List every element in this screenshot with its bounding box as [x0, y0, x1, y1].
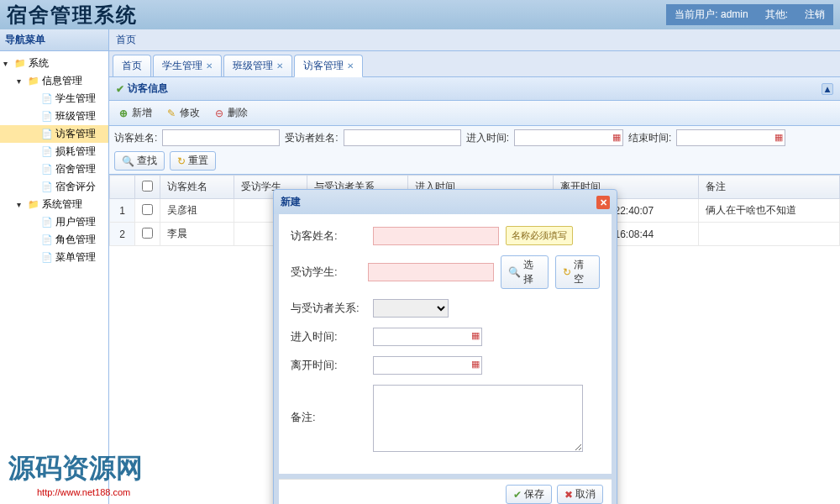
page-icon	[40, 145, 54, 159]
reset-button[interactable]: ↻重置	[170, 151, 216, 171]
tab-学生管理[interactable]: 学生管理✕	[153, 55, 222, 76]
search-visitor-input[interactable]	[162, 129, 280, 146]
cancel-button[interactable]: ✖取消	[557, 485, 603, 504]
panel-header: ✔ 访客信息 ▴	[109, 77, 840, 101]
tree-node-宿舍管理[interactable]: 宿舍管理	[0, 160, 108, 178]
check-icon: ✔	[513, 489, 522, 501]
app-title: 宿舍管理系统	[7, 2, 138, 29]
tree-node-班级管理[interactable]: 班级管理	[0, 108, 108, 125]
calendar-icon[interactable]: ▦	[471, 330, 480, 341]
tab-访客管理[interactable]: 访客管理✕	[294, 55, 363, 77]
tree-node-访客管理[interactable]: 访客管理	[0, 125, 108, 143]
calendar-icon[interactable]: ▦	[612, 132, 621, 143]
toolbar: ⊕新增 ✎修改 ⊖删除	[109, 101, 840, 126]
tree-node-损耗管理[interactable]: 损耗管理	[0, 143, 108, 160]
breadcrumb: 首页	[109, 29, 840, 51]
remark-textarea[interactable]	[373, 385, 583, 452]
search-button[interactable]: 🔍查找	[114, 151, 165, 171]
calendar-icon[interactable]: ▦	[774, 132, 783, 143]
column-header[interactable]: 访客姓名	[160, 176, 234, 199]
app-header: 宿舍管理系统 当前用户: admin 其他: 注销	[0, 0, 840, 29]
tree-node-系统管理[interactable]: ▾系统管理	[0, 196, 108, 213]
reset-icon: ↻	[177, 155, 186, 167]
search-visited-input[interactable]	[344, 129, 461, 146]
cancel-icon: ✖	[564, 489, 573, 501]
tab-strip: 首页学生管理✕班级管理✕访客管理✕	[109, 51, 840, 77]
folder-icon	[27, 198, 40, 212]
tab-班级管理[interactable]: 班级管理✕	[223, 55, 292, 76]
dialog-body: 访客姓名: 名称必须填写 受访学生: 🔍选择 ↻清空 与受访者关系: 进入时间:…	[279, 214, 612, 474]
current-user: admin	[721, 8, 748, 20]
tab-close-icon[interactable]: ✕	[206, 61, 213, 71]
page-icon	[40, 251, 54, 265]
logout-link[interactable]: 注销	[805, 8, 825, 22]
tab-close-icon[interactable]: ✕	[347, 61, 354, 71]
search-end-time-input[interactable]	[676, 129, 785, 146]
page-icon	[40, 181, 54, 194]
enter-time-input[interactable]	[373, 328, 482, 346]
student-input[interactable]	[368, 263, 494, 281]
tab-首页[interactable]: 首页	[113, 55, 151, 76]
check-icon: ✔	[116, 83, 124, 95]
page-icon	[40, 163, 54, 176]
visitor-name-input[interactable]	[373, 227, 499, 245]
tree-node-信息管理[interactable]: ▾信息管理	[0, 72, 108, 90]
search-icon: 🔍	[508, 266, 521, 278]
folder-icon	[13, 57, 27, 71]
edit-button[interactable]: ✎修改	[162, 104, 203, 122]
new-visitor-dialog: 新建 ✕ 访客姓名: 名称必须填写 受访学生: 🔍选择 ↻清空 与受访者关系: …	[273, 189, 617, 504]
clear-student-button[interactable]: ↻清空	[555, 255, 600, 289]
tree-node-学生管理[interactable]: 学生管理	[0, 90, 108, 108]
row-checkbox[interactable]	[142, 204, 153, 215]
collapse-button[interactable]: ▴	[822, 83, 833, 95]
page-icon	[40, 92, 54, 106]
tab-close-icon[interactable]: ✕	[276, 61, 283, 71]
folder-icon	[27, 75, 40, 88]
plus-icon: ⊕	[118, 108, 129, 119]
search-icon: 🔍	[122, 155, 134, 167]
select-all-checkbox[interactable]	[142, 181, 153, 192]
leave-time-input[interactable]	[373, 356, 482, 375]
dialog-footer: ✔保存 ✖取消	[279, 479, 612, 504]
delete-button[interactable]: ⊖删除	[210, 104, 251, 122]
tree-node-用户管理[interactable]: 用户管理	[0, 213, 108, 231]
tree-node-角色管理[interactable]: 角色管理	[0, 231, 108, 249]
tree-node-宿舍评分[interactable]: 宿舍评分	[0, 178, 108, 196]
page-icon	[40, 216, 54, 229]
tree-node-菜单管理[interactable]: 菜单管理	[0, 249, 108, 266]
save-button[interactable]: ✔保存	[506, 485, 552, 504]
minus-icon: ⊖	[213, 108, 225, 119]
nav-tree: ▾系统▾信息管理学生管理班级管理访客管理损耗管理宿舍管理宿舍评分▾系统管理用户管…	[0, 51, 108, 504]
relation-select[interactable]	[373, 299, 449, 318]
row-checkbox[interactable]	[142, 228, 153, 239]
page-icon	[40, 128, 54, 141]
dialog-header[interactable]: 新建 ✕	[274, 190, 617, 214]
select-student-button[interactable]: 🔍选择	[501, 255, 549, 289]
add-button[interactable]: ⊕新增	[114, 104, 155, 122]
search-enter-time-input[interactable]	[514, 129, 623, 146]
page-icon	[40, 234, 54, 247]
header-userinfo: 当前用户: admin 其他: 注销	[666, 4, 833, 25]
close-icon[interactable]: ✕	[596, 196, 610, 209]
search-bar: 访客姓名: 受访者姓名: 进入时间: ▦ 结束时间: ▦ 🔍查找 ↻重置	[109, 126, 840, 175]
clear-icon: ↻	[563, 266, 571, 278]
required-tooltip: 名称必须填写	[506, 226, 573, 245]
sidebar-title: 导航菜单	[0, 29, 108, 51]
pencil-icon: ✎	[165, 108, 177, 119]
page-icon	[40, 110, 54, 123]
column-header[interactable]: 备注	[698, 176, 839, 199]
nav-sidebar: 导航菜单 ▾系统▾信息管理学生管理班级管理访客管理损耗管理宿舍管理宿舍评分▾系统…	[0, 29, 109, 504]
calendar-icon[interactable]: ▦	[471, 359, 480, 370]
tree-node-系统[interactable]: ▾系统	[0, 55, 108, 72]
